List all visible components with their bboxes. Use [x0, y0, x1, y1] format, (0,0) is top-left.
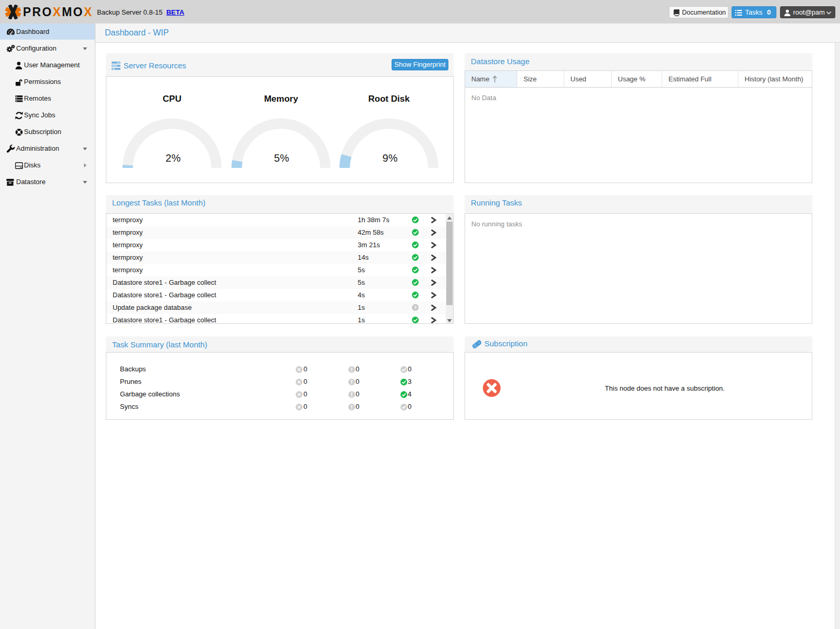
svg-text:?: ? — [414, 305, 417, 310]
